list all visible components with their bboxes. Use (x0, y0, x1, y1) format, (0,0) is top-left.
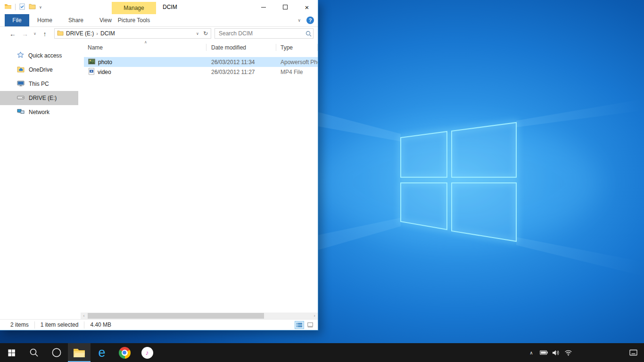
sidebar-item-drive-e[interactable]: DRIVE (E:) (0, 91, 78, 105)
explorer-main: Quick access OneDrive This PC DRIVE (E:) (0, 41, 318, 319)
star-icon (17, 51, 24, 60)
action-center-button[interactable] (627, 343, 639, 362)
ribbon-right-controls: ∨ ? (297, 14, 314, 26)
qat-separator (15, 4, 16, 10)
maximize-icon (283, 5, 288, 9)
column-header-type[interactable]: Type (276, 41, 318, 54)
battery-icon (540, 350, 548, 355)
network-icon (564, 350, 572, 356)
internet-explorer-button[interactable]: e (91, 343, 113, 362)
file-row-photo[interactable]: photo 26/03/2012 11:34 Apowersoft Pho (84, 57, 318, 67)
tab-file[interactable]: File (5, 14, 29, 26)
horizontal-scrollbar[interactable]: ‹ › (81, 313, 318, 319)
network-icon (17, 108, 25, 116)
tray-spacer (574, 343, 627, 362)
cortana-circle-icon (51, 347, 62, 358)
close-button[interactable]: × (296, 0, 318, 14)
sidebar-item-label: Quick access (28, 52, 62, 59)
column-headers: ∧ Name Date modified Type (84, 41, 318, 54)
up-button[interactable]: ↑ (39, 30, 51, 38)
search-box[interactable] (215, 28, 314, 39)
maximize-button[interactable] (274, 0, 296, 14)
ribbon-tab-row: File Home Share View Picture Tools ∨ ? (0, 14, 318, 27)
photo-file-icon (88, 58, 95, 66)
properties-icon[interactable] (19, 3, 25, 11)
help-button[interactable]: ? (306, 16, 314, 24)
titlebar[interactable]: ∨ Manage DCIM × (0, 0, 318, 14)
battery-button[interactable] (537, 343, 550, 362)
context-tab-group[interactable]: Manage (112, 2, 156, 14)
taskbar-search-button[interactable] (23, 343, 45, 362)
file-type: Apowersoft Pho (276, 59, 318, 66)
folder-icon (73, 347, 85, 358)
itunes-button[interactable]: ♪ (136, 343, 158, 362)
scrollbar-thumb[interactable] (88, 313, 264, 319)
explorer-folder-icon[interactable] (4, 3, 12, 12)
file-explorer-window: ∨ Manage DCIM × File Home Share View Pic… (0, 0, 318, 330)
column-header-name[interactable]: Name (84, 41, 206, 54)
sidebar-item-this-pc[interactable]: This PC (0, 77, 78, 91)
volume-icon (552, 350, 560, 356)
chrome-icon (119, 347, 131, 359)
scrollbar-track[interactable] (87, 313, 311, 319)
file-name: video (98, 69, 111, 75)
address-dropdown-icon[interactable]: ∨ (194, 32, 201, 36)
ribbon-expand-icon[interactable]: ∨ (297, 18, 301, 23)
caption-buttons: × (253, 0, 318, 14)
file-date: 26/03/2012 11:34 (206, 59, 276, 66)
tab-picture-tools[interactable]: Picture Tools (112, 14, 156, 26)
computer-icon (17, 80, 25, 88)
large-icons-view-button[interactable] (305, 321, 315, 329)
window-title: DCIM (163, 0, 177, 14)
search-icon (29, 348, 39, 357)
ie-icon: e (98, 346, 105, 359)
file-name: photo (98, 59, 112, 66)
cortana-button[interactable] (45, 343, 68, 362)
taskbar: e ♪ ∧ (0, 343, 644, 362)
breadcrumb-drive[interactable]: DRIVE (E:) (64, 30, 96, 37)
quick-access-toolbar: ∨ (0, 3, 42, 12)
back-button[interactable]: ← (7, 30, 19, 38)
minimize-icon (261, 7, 266, 8)
status-size: 4.40 MB (84, 321, 117, 329)
music-note-icon: ♪ (146, 349, 149, 356)
scroll-left-icon[interactable]: ‹ (81, 313, 87, 319)
tab-home[interactable]: Home (29, 14, 60, 26)
sidebar-item-quick-access[interactable]: Quick access (0, 49, 78, 63)
hidden-icons-caret-icon: ∧ (529, 350, 533, 355)
sidebar-item-network[interactable]: Network (0, 105, 78, 119)
search-input[interactable] (215, 29, 304, 38)
chrome-button[interactable] (113, 343, 136, 362)
status-bar: 2 items 1 item selected 4.40 MB (0, 319, 318, 330)
search-icon[interactable] (304, 31, 313, 37)
file-date: 26/03/2012 11:27 (206, 69, 276, 75)
network-button[interactable] (562, 343, 574, 362)
qat-customize-dropdown-icon[interactable]: ∨ (39, 5, 42, 9)
file-list-area: ∧ Name Date modified Type photo 26/03/20… (78, 41, 318, 319)
scroll-right-icon[interactable]: › (311, 313, 318, 319)
file-rows: photo 26/03/2012 11:34 Apowersoft Pho vi… (84, 57, 318, 77)
breadcrumb-folder[interactable]: DCIM (98, 30, 117, 37)
file-row-video[interactable]: video 26/03/2012 11:27 MP4 File (84, 67, 318, 77)
details-view-icon (297, 322, 302, 328)
forward-button[interactable]: → (19, 30, 31, 38)
large-icons-view-icon (307, 322, 313, 328)
hidden-icons-button[interactable]: ∧ (525, 343, 537, 362)
sidebar-item-onedrive[interactable]: OneDrive (0, 63, 78, 77)
video-file-icon (88, 68, 95, 76)
details-view-button[interactable] (295, 321, 304, 329)
file-type: MP4 File (276, 69, 318, 75)
tab-share[interactable]: Share (60, 14, 91, 26)
navigation-bar: ← → ∨ ↑ DRIVE (E:) › DCIM ∨ ↻ (0, 27, 318, 41)
volume-button[interactable] (550, 343, 562, 362)
taskbar-file-explorer-button[interactable] (68, 343, 91, 362)
recent-locations-dropdown-icon[interactable]: ∨ (31, 32, 39, 36)
action-center-icon (629, 349, 637, 356)
column-header-date-modified[interactable]: Date modified (206, 41, 276, 54)
start-button[interactable] (0, 343, 23, 362)
minimize-button[interactable] (253, 0, 274, 14)
new-folder-icon[interactable] (29, 3, 36, 11)
status-items-count: 2 items (5, 321, 35, 329)
refresh-icon[interactable]: ↻ (201, 30, 210, 37)
address-bar[interactable]: DRIVE (E:) › DCIM ∨ ↻ (54, 28, 211, 39)
